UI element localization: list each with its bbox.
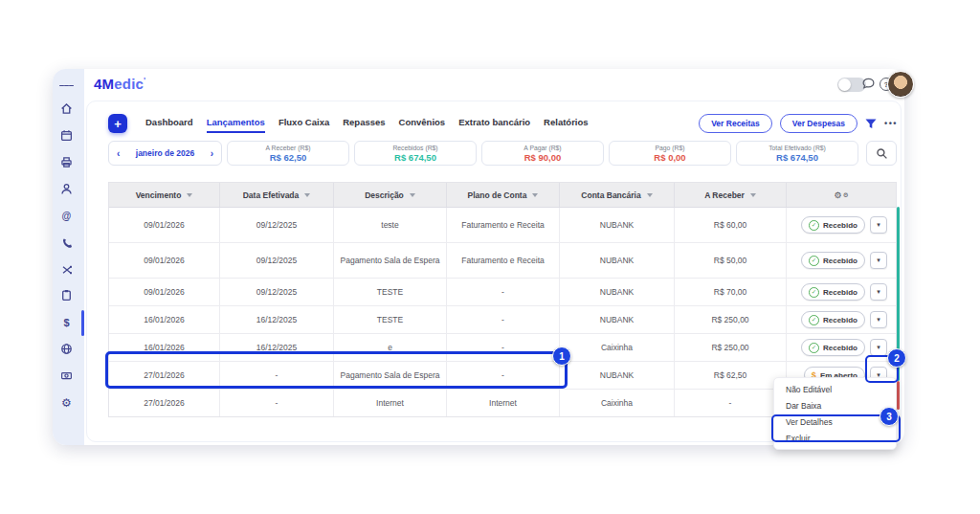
- row-menu-button[interactable]: ▾: [870, 311, 887, 328]
- cell-actions: ✓Recebido▾: [786, 243, 896, 278]
- cell-actions: ✓Recebido▾: [786, 306, 896, 333]
- clipboard-icon[interactable]: [59, 288, 74, 302]
- shuffle-icon[interactable]: [59, 262, 74, 277]
- check-circle-icon: ✓: [809, 343, 819, 353]
- column-filter-icon[interactable]: [187, 193, 192, 197]
- card-label: Recebidos (R$): [392, 145, 437, 151]
- cell-conta_bancaria: NUBANK: [559, 208, 674, 242]
- column-header-actions: ⚙⚙: [786, 183, 896, 207]
- cell-conta_bancaria: NUBANK: [559, 306, 674, 333]
- tabs: DashboardLançamentosFluxo CaixaRepassesC…: [139, 117, 595, 133]
- column-label: Descrição: [365, 190, 404, 200]
- finance-dollar-icon[interactable]: $: [59, 315, 74, 329]
- row-menu-button[interactable]: ▾: [870, 339, 887, 356]
- menu-item-não-editável[interactable]: Não Editável: [774, 381, 896, 397]
- cell-descricao: teste: [333, 208, 446, 242]
- app-window: @ $ ⚙ 4Medic' ? + DashboardLançamentosFl…: [53, 69, 904, 445]
- tab-lançamentos[interactable]: Lançamentos: [207, 117, 265, 133]
- table-row: 09/01/202609/12/2025Pagamento Sala de Es…: [109, 243, 896, 279]
- tab-convênios[interactable]: Convênios: [399, 117, 446, 133]
- settings-gear-icon[interactable]: ⚙: [59, 395, 74, 410]
- row-menu-button[interactable]: ▾: [870, 216, 887, 234]
- table-row: 16/01/202616/12/2025e-CaixinhaR$ 250,00✓…: [109, 334, 896, 362]
- chat-icon[interactable]: [861, 77, 876, 91]
- table-row: 09/01/202609/12/2025TESTE-NUBANKR$ 70,00…: [109, 279, 896, 306]
- annotation-step-1: 1: [552, 346, 571, 366]
- more-options-icon[interactable]: •••: [884, 119, 898, 128]
- tab-relatórios[interactable]: Relatórios: [544, 117, 588, 133]
- package-icon[interactable]: [59, 342, 74, 356]
- menu-icon[interactable]: [59, 78, 74, 93]
- card-label: Total Efetivado (R$): [768, 145, 826, 151]
- calendar-icon[interactable]: [59, 128, 74, 143]
- check-circle-icon: ✓: [809, 287, 819, 298]
- column-filter-icon[interactable]: [750, 193, 756, 197]
- cell-data_efetivada: -: [219, 390, 333, 416]
- status-button[interactable]: ✓Recebido: [801, 216, 865, 234]
- printer-icon[interactable]: [59, 155, 74, 169]
- card-value: R$ 674,50: [394, 152, 436, 163]
- card-value: R$ 674,50: [776, 152, 818, 163]
- user-icon[interactable]: [59, 182, 74, 196]
- cell-a_receber: R$ 70,00: [674, 279, 786, 305]
- row-menu-button[interactable]: ▾: [870, 252, 887, 269]
- summary-card: Pago (R$)R$ 0,00: [609, 141, 731, 166]
- period-navigator[interactable]: ‹ janeiro de 2026 ›: [108, 141, 222, 166]
- add-button[interactable]: +: [108, 114, 127, 133]
- cell-plano_de_conta: Internet: [446, 390, 559, 416]
- at-icon[interactable]: @: [59, 209, 74, 223]
- context-menu: Não EditávelDar BaixaVer DetalhesExcluir: [773, 377, 897, 450]
- menu-item-ver-detalhes[interactable]: Ver Detalhes: [774, 413, 896, 430]
- cell-vencimento: 09/01/2026: [109, 208, 219, 242]
- tab-extrato-bancário[interactable]: Extrato bancário: [458, 117, 530, 133]
- menu-item-dar-baixa[interactable]: Dar Baixa: [774, 397, 896, 413]
- cell-vencimento: 16/01/2026: [109, 306, 219, 333]
- menu-item-excluir[interactable]: Excluir: [774, 430, 896, 446]
- column-filter-icon[interactable]: [410, 193, 415, 197]
- column-header-plano_de_conta: Plano de Conta: [446, 183, 559, 207]
- ver-despesas-button[interactable]: Ver Despesas: [780, 114, 858, 133]
- row-menu-button[interactable]: ▾: [870, 283, 887, 301]
- prev-month-icon[interactable]: ‹: [117, 148, 120, 159]
- check-circle-icon: ✓: [809, 315, 819, 325]
- sidebar-active-indicator: [81, 310, 84, 336]
- cell-data_efetivada: -: [219, 362, 333, 389]
- status-button[interactable]: ✓Recebido: [801, 311, 865, 328]
- row-status-edge-red: [897, 381, 900, 410]
- cell-a_receber: R$ 62,50: [674, 362, 786, 389]
- status-button[interactable]: ✓Recebido: [801, 283, 865, 301]
- next-month-icon[interactable]: ›: [211, 148, 213, 159]
- tab-dashboard[interactable]: Dashboard: [145, 117, 193, 133]
- status-button[interactable]: ✓Recebido: [801, 252, 865, 269]
- cell-vencimento: 16/01/2026: [109, 334, 219, 361]
- filter-funnel-icon[interactable]: [865, 119, 877, 129]
- status-label: Recebido: [823, 288, 858, 297]
- table-row: 16/01/202616/12/2025TESTE-NUBANKR$ 250,0…: [109, 306, 896, 334]
- cell-actions: ✓Recebido▾: [786, 334, 896, 361]
- home-icon[interactable]: [59, 101, 74, 116]
- gears-icon-small: ⚙: [843, 191, 849, 199]
- status-label: Recebido: [823, 344, 858, 352]
- cell-conta_bancaria: NUBANK: [559, 362, 674, 389]
- search-button[interactable]: [866, 141, 897, 166]
- summary-card: Total Efetivado (R$)R$ 674,50: [736, 141, 858, 166]
- cell-conta_bancaria: Caixinha: [559, 390, 674, 416]
- cell-descricao: Pagamento Sala de Espera: [333, 243, 446, 278]
- status-button[interactable]: ✓Recebido: [801, 339, 865, 356]
- phone-icon[interactable]: [59, 235, 74, 250]
- cashflow-icon[interactable]: [59, 369, 74, 383]
- column-filter-icon[interactable]: [647, 193, 653, 197]
- cell-data_efetivada: 09/12/2025: [219, 279, 333, 305]
- tab-fluxo-caixa[interactable]: Fluxo Caixa: [278, 117, 329, 133]
- check-circle-icon: ✓: [809, 256, 819, 266]
- cell-data_efetivada: 09/12/2025: [219, 243, 333, 278]
- column-filter-icon[interactable]: [532, 193, 538, 197]
- ver-receitas-button[interactable]: Ver Receitas: [699, 114, 772, 133]
- tab-repasses[interactable]: Repasses: [343, 117, 385, 133]
- period-label: janeiro de 2026: [136, 148, 194, 158]
- avatar[interactable]: [887, 71, 914, 98]
- column-label: Data Efetivada: [243, 190, 300, 200]
- cell-vencimento: 09/01/2026: [109, 279, 219, 305]
- cell-data_efetivada: 16/12/2025: [219, 306, 333, 333]
- column-filter-icon[interactable]: [304, 193, 310, 197]
